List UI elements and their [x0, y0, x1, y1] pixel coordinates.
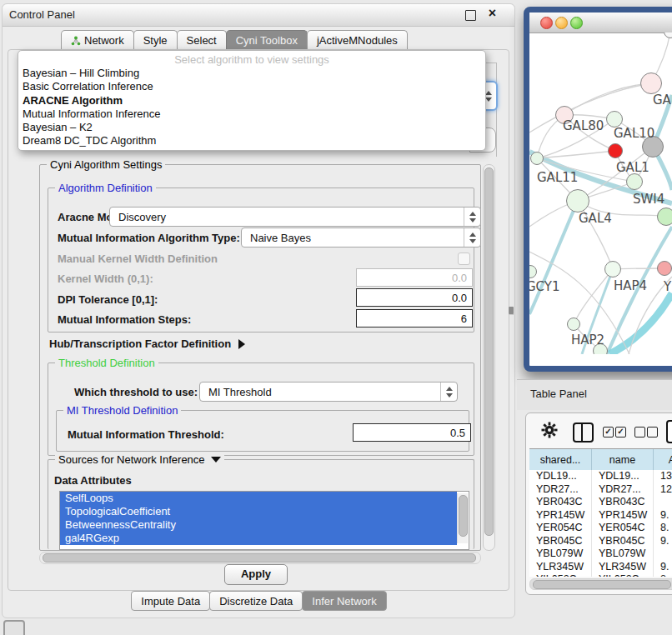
column-header[interactable]: shared... — [529, 449, 592, 471]
table-row[interactable]: YDR27...YDR27...12 — [529, 483, 672, 497]
checked-columns-icon[interactable]: ✓ — [615, 427, 626, 438]
attribute-item[interactable]: gal4RGexp — [60, 532, 457, 545]
combo-stepper-icon[interactable] — [440, 382, 457, 401]
table-cell: YPR145W — [529, 509, 592, 522]
table-row[interactable]: YBL079WYBL079W — [529, 548, 672, 561]
network-window-titlebar[interactable] — [529, 12, 672, 33]
network-node[interactable] — [626, 173, 643, 190]
node-label: GAL1 — [616, 160, 649, 175]
network-node[interactable] — [604, 261, 621, 278]
algorithm-definition-title: Algorithm Definition — [55, 182, 156, 194]
table-row[interactable]: YLR345WYLR345W9. — [529, 561, 672, 574]
combo-stepper-icon[interactable] — [464, 208, 480, 226]
settings-horizontal-scrollbar[interactable] — [39, 552, 481, 564]
network-node[interactable] — [657, 208, 672, 226]
network-node[interactable] — [530, 152, 544, 165]
tab-label: jActiveMNodules — [317, 34, 398, 47]
table-row[interactable]: YER054CYER054C8. — [529, 522, 672, 535]
tab-cyni-toolbox[interactable]: Cyni Toolbox — [226, 30, 308, 49]
table-cell: 9. — [654, 561, 672, 574]
table-row[interactable]: YBR043CYBR043C — [529, 496, 672, 509]
table-cell: YER054C — [592, 522, 654, 535]
table-horizontal-scrollbar[interactable] — [529, 578, 672, 590]
attribute-item[interactable]: SelfLoops — [60, 492, 457, 505]
network-node[interactable] — [640, 72, 662, 94]
column-header[interactable]: name — [592, 449, 654, 471]
tab-network[interactable]: Network — [61, 30, 134, 49]
mi-threshold-field[interactable] — [353, 423, 471, 442]
column-view-icon[interactable] — [573, 422, 594, 442]
mac-close-icon[interactable] — [540, 17, 553, 29]
mi-threshold-label: Mutual Information Threshold: — [68, 428, 224, 441]
algorithm-option[interactable]: Bayesian – K2 — [18, 121, 485, 134]
hub-definition-label: Hub/Transcription Factor Definition — [49, 338, 231, 350]
apply-button[interactable]: Apply — [224, 564, 288, 585]
gear-icon[interactable] — [541, 422, 558, 438]
aracne-mode-value: Discovery — [118, 211, 166, 223]
table-row[interactable]: YBR045CYBR045C9. — [529, 535, 672, 548]
table-cell: YDR27... — [529, 483, 592, 497]
list-vertical-scrollbar[interactable] — [457, 493, 468, 543]
hub-definition-expander[interactable]: Hub/Transcription Factor Definition — [49, 338, 245, 350]
close-icon[interactable]: × — [489, 6, 496, 21]
split-pane-toggle-icon[interactable] — [509, 307, 514, 315]
data-attributes-list[interactable]: SelfLoopsTopologicalCoefficientBetweenne… — [59, 491, 469, 550]
tab-discretize-data[interactable]: Discretize Data — [209, 591, 303, 611]
network-view-window: GALGAL80GAL10GAL1GAL11SWI4GAL4GCY1HAP4YH… — [524, 7, 672, 372]
network-canvas[interactable]: GALGAL80GAL10GAL1GAL11SWI4GAL4GCY1HAP4YH… — [529, 32, 672, 354]
tab-label: Cyni Toolbox — [236, 34, 298, 47]
tab-jactivemnodules[interactable]: jActiveMNodules — [307, 30, 408, 49]
algorithm-option[interactable]: Basic Correlation Inference — [18, 80, 485, 93]
collapsed-panel-icon[interactable] — [3, 620, 25, 635]
mac-minimize-icon[interactable] — [555, 17, 568, 29]
network-node[interactable] — [606, 111, 623, 128]
network-node[interactable] — [657, 261, 672, 276]
unchecked-columns-icon[interactable] — [634, 427, 645, 438]
algorithm-option[interactable]: Bayesian – Hill Climbing — [18, 67, 485, 80]
algorithm-option[interactable]: ARACNE Algorithm — [18, 94, 485, 108]
sources-group-title[interactable]: Sources for Network Inference — [55, 453, 224, 466]
settings-group-title: Cyni Algorithm Settings — [47, 158, 165, 171]
attribute-item[interactable]: TopologicalCoefficient — [60, 505, 457, 518]
threshold-definition-title: Threshold Definition — [55, 357, 158, 369]
which-threshold-select[interactable]: MI Threshold — [199, 382, 458, 402]
table-cell: YBR043C — [592, 496, 654, 509]
table-icon[interactable] — [666, 420, 672, 443]
table-cell: YDR27... — [592, 483, 654, 497]
table-row[interactable]: YPR145WYPR145W9. — [529, 509, 672, 522]
tab-label: Style — [143, 34, 168, 47]
table-row[interactable]: YIL052CYIL052C8 — [529, 573, 672, 577]
tab-label: Network — [84, 34, 124, 47]
unchecked-columns-icon[interactable] — [647, 427, 658, 438]
table-cell: YBR043C — [529, 496, 592, 509]
manual-kernel-checkbox[interactable] — [458, 252, 470, 265]
attribute-item[interactable]: BetweennessCentrality — [60, 518, 457, 532]
tab-impute-data[interactable]: Impute Data — [131, 591, 210, 611]
network-node[interactable] — [567, 318, 580, 331]
mac-zoom-icon[interactable] — [570, 17, 583, 29]
settings-vertical-scrollbar[interactable] — [483, 164, 495, 551]
table-cell: 12 — [654, 483, 672, 497]
algorithm-option[interactable]: Mutual Information Inference — [18, 108, 485, 121]
kernel-width-field[interactable] — [356, 268, 473, 287]
mi-algorithm-type-select[interactable]: Naive Bayes — [241, 228, 481, 248]
algorithm-dropdown-popup: Select algorithm to view settings Bayesi… — [18, 50, 486, 151]
tab-style[interactable]: Style — [133, 30, 178, 49]
kernel-width-label: Kernel Width (0,1): — [58, 272, 153, 285]
network-node[interactable] — [608, 143, 623, 158]
column-header[interactable]: A — [654, 449, 672, 471]
table-cell: YBR045C — [592, 535, 654, 548]
dpi-tolerance-field[interactable] — [356, 288, 473, 307]
combo-stepper-icon[interactable] — [464, 228, 480, 247]
algorithm-option[interactable]: Dream8 DC_TDC Algorithm — [18, 134, 485, 148]
table-row[interactable]: YDL19...YDL19...13 — [529, 470, 672, 483]
checked-columns-icon[interactable]: ✓ — [603, 427, 614, 438]
float-window-icon[interactable] — [465, 10, 476, 21]
tab-infer-network[interactable]: Infer Network — [302, 591, 386, 611]
mi-steps-field[interactable] — [356, 309, 473, 328]
tab-select[interactable]: Select — [177, 30, 227, 49]
table-cell: YDL19... — [592, 470, 654, 483]
network-node[interactable] — [566, 189, 589, 212]
aracne-mode-select[interactable]: Discovery — [109, 207, 481, 227]
node-label: GAL80 — [563, 118, 604, 133]
